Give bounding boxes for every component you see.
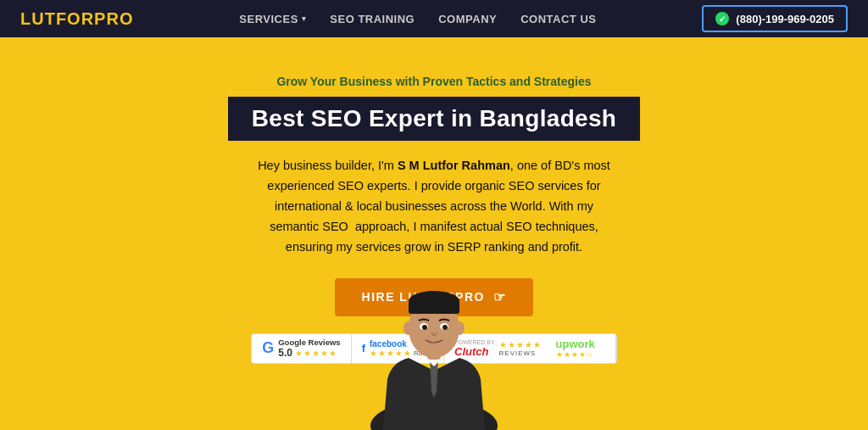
phone-number: (880)-199-969-0205 bbox=[736, 13, 834, 25]
upwork-badge: upwork ★★★★☆ bbox=[546, 334, 605, 363]
nav-services[interactable]: SERVICES ▾ bbox=[239, 13, 306, 25]
badges-row: G Google Reviews 5.0 ★★★★★ f facebook ★★… bbox=[251, 333, 617, 364]
navigation: SERVICES ▾ SEO TRAINING COMPANY CONTACT … bbox=[239, 13, 596, 25]
hero-description: Hey business builder, I'm S M Lutfor Rah… bbox=[252, 156, 616, 258]
nav-contact[interactable]: CONTACT US bbox=[520, 13, 596, 25]
google-reviews-badge: G Google Reviews 5.0 ★★★★★ bbox=[252, 334, 351, 363]
hero-desc-body: , one of BD's most experienced SEO exper… bbox=[267, 159, 610, 254]
google-icon: G bbox=[262, 339, 274, 357]
google-score: 5.0 bbox=[278, 347, 292, 359]
hero-subtitle: Grow Your Business with Proven Tactics a… bbox=[276, 75, 591, 88]
google-label: Google Reviews bbox=[278, 338, 340, 347]
hero-title: Best SEO Expert in Bangladesh bbox=[252, 105, 616, 132]
hero-author-name: S M Lutfor Rahman bbox=[398, 159, 510, 172]
phone-button[interactable]: ✓ (880)-199-969-0205 bbox=[702, 5, 848, 32]
logo[interactable]: LUTFORPRO bbox=[20, 9, 133, 29]
nav-seo-training[interactable]: SEO TRAINING bbox=[330, 13, 415, 25]
upwork-logo: upwork bbox=[556, 338, 595, 350]
svg-point-4 bbox=[409, 333, 459, 358]
nav-company[interactable]: COMPANY bbox=[438, 13, 497, 25]
google-stars: ★★★★★ bbox=[295, 349, 337, 358]
header: LUTFORPRO SERVICES ▾ SEO TRAINING COMPAN… bbox=[0, 0, 868, 37]
whatsapp-icon: ✓ bbox=[715, 12, 729, 25]
chevron-down-icon: ▾ bbox=[302, 14, 307, 23]
hero-desc-intro: Hey business builder, I'm bbox=[258, 159, 398, 172]
hero-section: Grow Your Business with Proven Tactics a… bbox=[0, 37, 868, 430]
logo-text: LUTFOR bbox=[20, 9, 94, 28]
hero-title-box: Best SEO Expert in Bangladesh bbox=[228, 97, 640, 141]
person-image bbox=[341, 333, 527, 364]
logo-accent: PRO bbox=[94, 9, 133, 28]
upwork-stars: ★★★★☆ bbox=[556, 350, 595, 359]
